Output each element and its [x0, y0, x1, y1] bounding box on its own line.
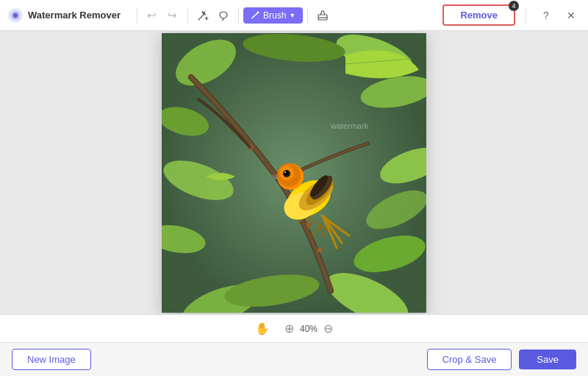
- app-logo-icon: [7, 7, 24, 24]
- toolbar-divider-3: [238, 7, 239, 24]
- hand-tool-icon[interactable]: ✋: [255, 322, 270, 336]
- brush-icon: [251, 10, 260, 20]
- save-label: Save: [537, 354, 559, 365]
- magic-wand-icon: [197, 10, 209, 21]
- image-container: watermark: [162, 33, 426, 313]
- close-button[interactable]: ✕: [562, 6, 581, 25]
- notification-count: 4: [509, 1, 519, 11]
- eraser-button[interactable]: [312, 5, 333, 26]
- magic-wand-button[interactable]: [193, 5, 213, 26]
- toolbar-divider-2: [187, 7, 188, 24]
- eraser-icon: [317, 10, 329, 21]
- svg-point-2: [13, 13, 18, 18]
- remove-button[interactable]: Remove: [442, 4, 515, 26]
- help-icon: ?: [543, 10, 549, 21]
- undo-button[interactable]: ↩: [142, 5, 162, 26]
- toolbar-divider-4: [307, 7, 308, 24]
- svg-point-36: [284, 171, 286, 173]
- svg-point-24: [318, 248, 322, 252]
- app-logo: Watermark Remover: [7, 7, 121, 24]
- new-image-label: New Image: [27, 354, 76, 365]
- crop-save-button[interactable]: Crop & Save: [427, 349, 512, 370]
- bird-image: watermark: [162, 33, 426, 313]
- footer-right: Crop & Save Save: [427, 349, 576, 370]
- zoom-control: ⊕ 40% ⊖: [284, 322, 333, 336]
- save-button[interactable]: Save: [519, 350, 576, 369]
- svg-point-5: [257, 12, 259, 14]
- brush-button[interactable]: Brush ▼: [243, 7, 303, 24]
- zoom-out-icon[interactable]: ⊖: [323, 322, 333, 336]
- crop-save-label: Crop & Save: [442, 354, 497, 365]
- footer: New Image Crop & Save Save: [0, 342, 588, 376]
- app-title: Watermark Remover: [28, 10, 121, 21]
- toolbar-divider-1: [137, 7, 137, 24]
- redo-icon: ↪: [168, 9, 177, 22]
- notification-badge: Remove 4: [442, 4, 515, 26]
- brush-label: Brush: [263, 10, 286, 21]
- close-icon: ✕: [567, 10, 576, 21]
- lasso-button[interactable]: [213, 5, 234, 26]
- toolbar-right: Remove 4 ? ✕: [442, 4, 581, 26]
- zoom-in-icon[interactable]: ⊕: [284, 322, 294, 336]
- svg-text:watermark: watermark: [330, 121, 369, 130]
- toolbar-divider-5: [526, 7, 526, 24]
- redo-button[interactable]: ↪: [162, 5, 183, 26]
- image-canvas[interactable]: watermark: [162, 33, 426, 313]
- main-content: watermark: [0, 31, 588, 314]
- lasso-icon: [218, 10, 229, 21]
- undo-icon: ↩: [147, 9, 157, 22]
- zoom-level: 40%: [300, 324, 318, 334]
- controls-bar: ✋ ⊕ 40% ⊖: [0, 314, 588, 342]
- new-image-button[interactable]: New Image: [12, 349, 91, 370]
- svg-point-35: [284, 171, 288, 175]
- brush-chevron-icon: ▼: [289, 12, 295, 19]
- remove-label: Remove: [460, 10, 498, 21]
- title-bar: Watermark Remover ↩ ↪ Brush ▼: [0, 0, 588, 31]
- help-button[interactable]: ?: [537, 6, 556, 25]
